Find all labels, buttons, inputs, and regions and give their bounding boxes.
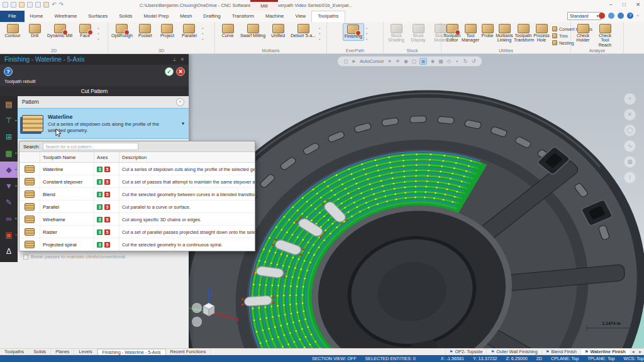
swarf-milling-button[interactable]: Swarf Milling [239, 23, 267, 41]
whats-new-icon[interactable] [599, 13, 605, 19]
view-sheet-blend-finish[interactable]: ⚑Blend Finish [541, 349, 580, 355]
page-geometry-icon[interactable]: ▦▸ [0, 145, 18, 162]
cursor-icon[interactable]: ► [352, 58, 357, 64]
gallery-scroll[interactable]: ▴▾▾ [96, 23, 100, 41]
probe-button[interactable]: Probe [480, 23, 495, 45]
tab-file[interactable]: File [0, 11, 25, 22]
toolpath-editor-button[interactable]: Toolpath Editor [443, 23, 461, 45]
tab-view[interactable]: View [289, 11, 311, 22]
autocursor-dropdown-icon[interactable]: ▾ [387, 58, 392, 64]
select-point-icon[interactable]: ◉ [403, 58, 408, 64]
finishing-button[interactable]: Finishing [343, 23, 364, 41]
rotate-view-icon[interactable]: ↻ [463, 58, 468, 64]
add-tool-icon[interactable]: + [624, 93, 636, 105]
feedback-icon[interactable] [608, 13, 614, 19]
optirough-button[interactable]: OptiRough [110, 23, 134, 41]
help-icon[interactable]: ? [627, 13, 633, 19]
nav-up-icon[interactable]: ↑ [192, 303, 202, 313]
toolpath-row-waterline[interactable]: Waterline 35 Cut a series of stepdown cu… [19, 163, 255, 175]
redo-icon[interactable]: ↷ [59, 2, 64, 8]
gallery-scroll[interactable]: ▴▾▾ [201, 23, 204, 41]
info-icon[interactable] [618, 13, 624, 19]
page-cut-pattern-icon[interactable]: ◆▸ [0, 162, 18, 178]
wcs-selector[interactable]: WCS: Top [624, 356, 644, 361]
view-sheet-outer-wall-finishing[interactable]: ⚑Outer Wall Finishing [486, 349, 541, 355]
tab-levels-manager[interactable]: Levels [74, 349, 97, 355]
maximize-button[interactable]: □ [623, 1, 626, 8]
page-links-icon[interactable]: ∞▸ [0, 211, 18, 227]
page-linking-icon[interactable]: ✎ [0, 194, 18, 211]
select-chain-icon[interactable]: ◈ [430, 58, 435, 64]
selection-toolbar[interactable]: ◻ ► AutoCursor ▾ ✛ ◉ ▢ ▣ ◈ ▦ ◇ ▪ ↻ ↺ [337, 56, 482, 67]
collapse-ribbon-icon[interactable]: ^ [636, 13, 639, 19]
view-sheet-waterline-finish[interactable]: ⚑Waterline Finish [580, 349, 630, 355]
undo-view-icon[interactable]: ↺ [471, 58, 476, 64]
workspace-select[interactable]: Standard ▾ [567, 12, 601, 20]
collapse-section-icon[interactable]: ^ [176, 98, 184, 106]
select-solid-icon[interactable]: ▣ [419, 58, 427, 65]
panel-header[interactable]: Finishing - Waterline - 5-Axis ⊥ ✕ [0, 54, 189, 65]
process-hole-button[interactable]: Process Hole [533, 23, 550, 45]
minimize-button[interactable]: – [609, 1, 613, 8]
pattern-selector[interactable]: Waterline Cut a series of stepdown cuts … [18, 108, 189, 139]
flag-icon[interactable] [43, 2, 49, 8]
save-all-icon[interactable] [35, 2, 41, 8]
tab-toolpaths-manager[interactable]: Toolpaths [0, 349, 29, 355]
check-holder-button[interactable]: Check Holder [573, 23, 593, 48]
parallel-button[interactable]: Parallel [179, 23, 200, 41]
stock-shading-button[interactable]: Stock Shading [386, 23, 407, 44]
toolpath-row-blend[interactable]: Blend 35 Cut the selected geometry betwe… [19, 188, 255, 200]
new-file-icon[interactable] [3, 2, 8, 8]
save-icon[interactable] [11, 2, 16, 8]
tab-recent-functions[interactable]: Recent Functions [166, 349, 211, 355]
sheet-scroll-right-icon[interactable]: ▸ [636, 349, 644, 355]
panel-help-button[interactable]: ? [4, 67, 13, 76]
tab-surfaces[interactable]: Surfaces [82, 11, 113, 22]
page-tool-axis-icon[interactable]: ▼▸ [0, 178, 18, 194]
section-view-status[interactable]: SECTION VIEW: OFF [312, 356, 357, 361]
view-sheet-op2-topside[interactable]: ⚑OP2- Topside [445, 349, 487, 355]
project-button[interactable]: Project [157, 23, 178, 41]
tab-toolpaths[interactable]: Toolpaths [311, 11, 345, 22]
mill-context-tab[interactable]: Mill [250, 0, 278, 11]
tab-home[interactable]: Home [25, 11, 49, 22]
checkbox-icon[interactable] [23, 255, 28, 260]
tab-drafting[interactable]: Drafting [197, 11, 226, 22]
pocket-button[interactable]: Pocket [135, 23, 156, 41]
cplane-selector[interactable]: CPLANE: Top [551, 356, 579, 361]
print-icon[interactable] [27, 2, 33, 8]
curve-button[interactable]: Curve [217, 23, 238, 41]
trim-tool-icon[interactable]: ✕ [624, 109, 636, 121]
toolpath-row-projected-spiral[interactable]: Projected spiral 35 Cut the selected geo… [19, 238, 255, 251]
sheet-scroll-left-icon[interactable]: ◂ [630, 349, 637, 355]
stock-display-button[interactable]: Stock Display [408, 23, 429, 44]
unified-button[interactable]: Unified [267, 23, 289, 41]
face-button[interactable]: Face [74, 23, 96, 41]
multiaxis-linking-button[interactable]: Multiaxis Linking [496, 23, 513, 45]
select-all-icon[interactable]: ▪ [455, 58, 460, 64]
drill-button[interactable]: Drill [24, 23, 45, 41]
tool-manager-button[interactable]: Tool Manager [462, 23, 479, 45]
page-misc-icon[interactable]: ▣▸ [0, 227, 18, 243]
tab-model-prep[interactable]: Model Prep [138, 11, 174, 22]
contour-button[interactable]: Contour [2, 23, 23, 41]
select-last-icon[interactable]: ◇ [447, 58, 452, 64]
page-tool-icon[interactable]: ⊤▸ [0, 112, 18, 129]
select-window-icon[interactable]: ▢ [411, 58, 416, 64]
panel-cancel-button[interactable]: ✕ [176, 67, 185, 76]
toolpath-row-wireframe[interactable]: Wireframe 35 Cut along specific 3D chain… [19, 213, 255, 226]
toolpath-transform-button[interactable]: Toolpath Transform [514, 23, 533, 45]
toolpath-row-raster[interactable]: Raster 35 Cut a set of parallel passes p… [19, 226, 255, 238]
tab-transform[interactable]: Transform [226, 11, 260, 22]
tab-wireframe[interactable]: Wireframe [48, 11, 82, 22]
autocursor-label[interactable]: AutoCursor [360, 58, 384, 64]
mode-2d3d-toggle[interactable]: 2D [536, 356, 542, 361]
open-file-icon[interactable] [19, 2, 25, 8]
toolpath-row-parallel[interactable]: Parallel 35 Cut parallel to a curve or s… [19, 200, 255, 213]
tab-mesh[interactable]: Mesh [174, 11, 197, 22]
close-button[interactable]: ✕ [636, 1, 640, 8]
circle-tool-icon[interactable]: ◯ [624, 124, 636, 136]
tab-solids[interactable]: Solids [113, 11, 138, 22]
check-tool-reach-button[interactable]: Check Tool Reach [594, 23, 616, 48]
break-passes-checkbox[interactable]: Break passes to maintain climb/conventio… [23, 254, 125, 260]
